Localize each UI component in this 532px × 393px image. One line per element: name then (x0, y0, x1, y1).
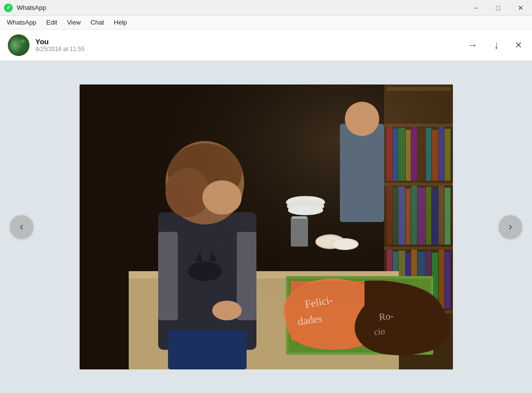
photo-container: Felici- dades Ro- cio (80, 84, 453, 369)
user-name: You (35, 37, 84, 46)
message-datetime: 4/25/2016 at 11:55 (35, 46, 84, 53)
menu-view[interactable]: View (62, 17, 85, 28)
prev-photo-button[interactable]: ‹ (10, 215, 33, 239)
app-title: WhatsApp (17, 4, 46, 11)
next-photo-button[interactable]: › (499, 215, 522, 239)
avatar (8, 34, 29, 56)
photo-header: You 4/25/2016 at 11:55 → ↓ ✕ (0, 29, 532, 61)
title-bar-controls: − □ ✕ (464, 0, 532, 16)
photo-image: Felici- dades Ro- cio (80, 84, 453, 369)
whatsapp-icon: ✓ (4, 3, 13, 12)
menu-help[interactable]: Help (109, 17, 132, 28)
menu-whatsapp[interactable]: WhatsApp (2, 17, 41, 28)
download-button[interactable]: ↓ (492, 37, 501, 54)
menu-chat[interactable]: Chat (85, 17, 109, 28)
user-info: You 4/25/2016 at 11:55 (35, 37, 84, 53)
minimize-button[interactable]: − (464, 0, 487, 16)
menu-bar: WhatsApp Edit View Chat Help (0, 16, 532, 29)
menu-edit[interactable]: Edit (41, 17, 62, 28)
avatar-image (8, 34, 29, 56)
close-photo-button[interactable]: ✕ (513, 38, 524, 53)
maximize-button[interactable]: □ (487, 0, 509, 16)
svg-rect-69 (80, 84, 453, 369)
title-bar-left: ✓ WhatsApp (4, 3, 46, 12)
title-bar: ✓ WhatsApp − □ ✕ (0, 0, 532, 16)
forward-button[interactable]: → (465, 37, 480, 54)
header-actions: → ↓ ✕ (465, 37, 524, 54)
photo-header-left: You 4/25/2016 at 11:55 (8, 34, 84, 56)
svg-point-71 (345, 102, 379, 136)
close-window-button[interactable]: ✕ (509, 0, 532, 16)
svg-rect-70 (340, 124, 384, 222)
image-viewer: ‹ (0, 61, 532, 393)
main-content: You 4/25/2016 at 11:55 → ↓ ✕ ‹ (0, 29, 532, 393)
